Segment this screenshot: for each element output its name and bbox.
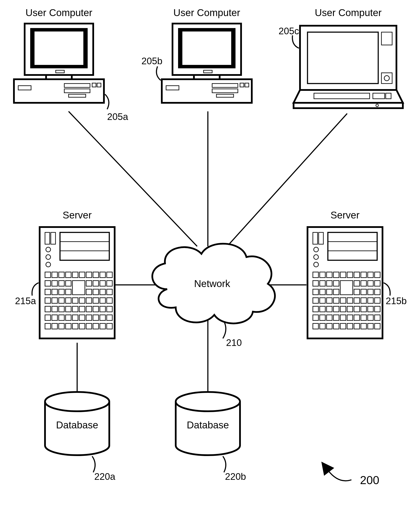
ref-220b: 220b	[225, 471, 246, 482]
network-label: Network	[194, 278, 231, 289]
ref-leader	[92, 456, 95, 472]
ref-215b: 215b	[386, 296, 407, 306]
database-b: Database 220b	[176, 392, 246, 482]
user-computer-a-label: User Computer	[25, 7, 92, 18]
ref-215a: 215a	[15, 296, 36, 306]
server-a-label: Server	[63, 209, 91, 221]
database-a-label: Database	[56, 419, 98, 431]
ref-leader	[223, 321, 226, 338]
user-computer-b: User Computer 205b	[142, 7, 252, 103]
database-b-label: Database	[187, 419, 229, 431]
laptop-icon	[293, 26, 403, 108]
ref-200: 200	[360, 474, 379, 486]
database-a: Database 220a	[45, 392, 115, 482]
ref-210: 210	[226, 337, 242, 348]
server-b-label: Server	[330, 209, 359, 221]
ref-leader	[32, 283, 38, 296]
user-computer-a: User Computer 205a	[14, 7, 128, 122]
network-cloud: Network	[152, 244, 275, 323]
user-computer-c: User Computer 205c	[278, 7, 403, 108]
server-icon	[308, 227, 382, 338]
figure-ref: 200	[328, 470, 379, 486]
user-computer-b-label: User Computer	[173, 7, 240, 18]
ref-leader	[157, 67, 161, 80]
server-a: Server 215a	[15, 209, 115, 338]
server-b: Server 215b	[308, 209, 407, 338]
user-computer-c-label: User Computer	[315, 7, 382, 18]
svg-line-106	[68, 112, 197, 246]
ref-205a: 205a	[107, 112, 128, 122]
ref-205b: 205b	[142, 56, 162, 66]
ref-leader	[383, 283, 390, 296]
ref-220a: 220a	[94, 471, 115, 482]
figure-arrow-icon	[328, 470, 352, 481]
desktop-icon	[162, 23, 252, 103]
ref-leader	[223, 456, 226, 472]
desktop-icon	[14, 23, 104, 103]
ref-leader	[292, 35, 299, 48]
ref-205c: 205c	[278, 26, 299, 36]
ref-leader	[105, 94, 109, 109]
server-icon	[40, 227, 115, 338]
